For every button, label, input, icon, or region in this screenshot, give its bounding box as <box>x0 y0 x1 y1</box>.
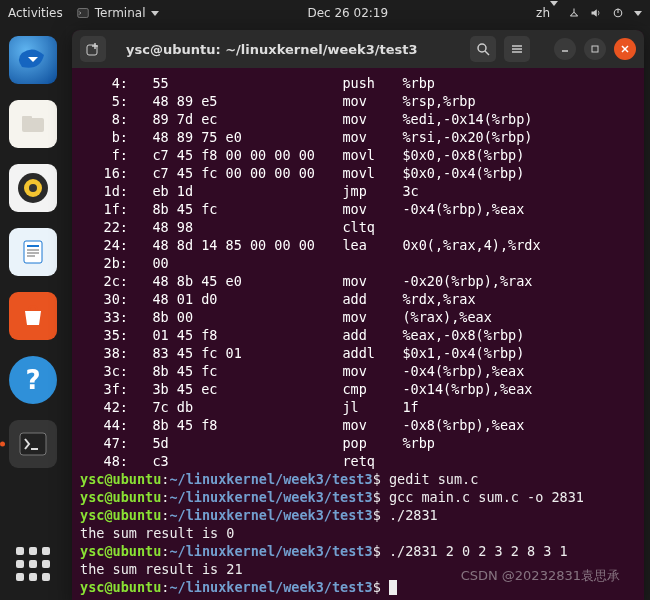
dock-terminal[interactable] <box>9 420 57 468</box>
asm-line: 42: 7c db jl 1f <box>80 398 636 416</box>
close-button[interactable] <box>614 38 636 60</box>
terminal-body[interactable]: 4: 55 push %rbp5: 48 89 e5 mov %rsp,%rbp… <box>72 68 644 600</box>
new-tab-icon <box>86 42 100 56</box>
command-line: ysc@ubuntu:~/linuxkernel/week3/test3$ ge… <box>80 470 636 488</box>
dock-rhythmbox[interactable] <box>9 164 57 212</box>
minimize-icon <box>560 44 570 54</box>
asm-line: 1d: eb 1d jmp 3c <box>80 182 636 200</box>
dock-writer[interactable] <box>9 228 57 276</box>
asm-line: 22: 48 98 cltq <box>80 218 636 236</box>
menu-button[interactable] <box>504 36 530 62</box>
asm-line: 48: c3 retq <box>80 452 636 470</box>
new-tab-button[interactable] <box>80 36 106 62</box>
svg-rect-13 <box>20 433 46 455</box>
output-line: the sum result is 0 <box>80 524 636 542</box>
search-button[interactable] <box>470 36 496 62</box>
thunderbird-icon <box>16 43 50 77</box>
asm-line: 4: 55 push %rbp <box>80 74 636 92</box>
terminal-window: ysc@ubuntu: ~/linuxkernel/week3/test3 4:… <box>72 30 644 600</box>
shopping-bag-icon <box>19 302 47 330</box>
asm-line: 44: 8b 45 f8 mov -0x8(%rbp),%eax <box>80 416 636 434</box>
svg-rect-24 <box>592 46 598 52</box>
asm-line: 24: 48 8d 14 85 00 00 00 lea 0x0(,%rax,4… <box>80 236 636 254</box>
asm-line: 1f: 8b 45 fc mov -0x4(%rbp),%eax <box>80 200 636 218</box>
asm-line: 35: 01 45 f8 add %eax,-0x8(%rbp) <box>80 326 636 344</box>
asm-line: 8: 89 7d ec mov %edi,-0x14(%rbp) <box>80 110 636 128</box>
chevron-down-icon <box>550 1 558 20</box>
network-icon[interactable] <box>568 7 580 19</box>
svg-point-7 <box>29 184 37 192</box>
svg-line-19 <box>485 51 489 55</box>
app-menu-label: Terminal <box>95 6 146 20</box>
power-icon[interactable] <box>612 7 624 19</box>
asm-line: 2b: 00 <box>80 254 636 272</box>
svg-point-18 <box>478 44 486 52</box>
maximize-icon <box>590 44 600 54</box>
top-bar: Activities Terminal Dec 26 02:19 zh <box>0 0 650 26</box>
asm-line: f: c7 45 f8 00 00 00 00 movl $0x0,-0x8(%… <box>80 146 636 164</box>
document-icon <box>18 237 48 267</box>
asm-line: 33: 8b 00 mov (%rax),%eax <box>80 308 636 326</box>
svg-rect-8 <box>24 241 42 263</box>
asm-line: 3c: 8b 45 fc mov -0x4(%rbp),%eax <box>80 362 636 380</box>
activities-button[interactable]: Activities <box>8 6 63 20</box>
close-icon <box>620 44 630 54</box>
show-applications[interactable] <box>9 540 57 588</box>
asm-line: 5: 48 89 e5 mov %rsp,%rbp <box>80 92 636 110</box>
terminal-icon <box>77 7 89 19</box>
cursor <box>389 580 397 595</box>
terminal-icon <box>18 431 48 457</box>
window-title: ysc@ubuntu: ~/linuxkernel/week3/test3 <box>114 42 462 57</box>
asm-line: 2c: 48 8b 45 e0 mov -0x20(%rbp),%rax <box>80 272 636 290</box>
volume-icon[interactable] <box>590 7 602 19</box>
minimize-button[interactable] <box>554 38 576 60</box>
chevron-down-icon <box>151 11 159 16</box>
asm-line: 16: c7 45 fc 00 00 00 00 movl $0x0,-0x4(… <box>80 164 636 182</box>
folder-icon <box>18 109 48 139</box>
speaker-icon <box>15 170 51 206</box>
svg-rect-4 <box>22 116 32 121</box>
asm-line: 30: 48 01 d0 add %rdx,%rax <box>80 290 636 308</box>
input-method-indicator[interactable]: zh <box>536 6 558 20</box>
hamburger-icon <box>510 42 524 56</box>
command-line: ysc@ubuntu:~/linuxkernel/week3/test3$ gc… <box>80 488 636 506</box>
asm-line: 3f: 3b 45 ec cmp -0x14(%rbp),%eax <box>80 380 636 398</box>
dock-files[interactable] <box>9 100 57 148</box>
titlebar[interactable]: ysc@ubuntu: ~/linuxkernel/week3/test3 <box>72 30 644 68</box>
search-icon <box>476 42 490 56</box>
dock-software[interactable] <box>9 292 57 340</box>
asm-line: b: 48 89 75 e0 mov %rsi,-0x20(%rbp) <box>80 128 636 146</box>
dock-thunderbird[interactable] <box>9 36 57 84</box>
asm-line: 38: 83 45 fc 01 addl $0x1,-0x4(%rbp) <box>80 344 636 362</box>
command-line: ysc@ubuntu:~/linuxkernel/week3/test3$ ./… <box>80 542 636 560</box>
asm-line: 47: 5d pop %rbp <box>80 434 636 452</box>
dock-help[interactable]: ? <box>9 356 57 404</box>
maximize-button[interactable] <box>584 38 606 60</box>
question-icon: ? <box>25 365 40 395</box>
chevron-down-icon <box>634 11 642 16</box>
clock[interactable]: Dec 26 02:19 <box>159 6 536 20</box>
app-menu[interactable]: Terminal <box>77 6 160 20</box>
command-line: ysc@ubuntu:~/linuxkernel/week3/test3$ ./… <box>80 506 636 524</box>
svg-rect-0 <box>78 9 89 18</box>
dock: ? <box>0 26 66 600</box>
prompt-line: ysc@ubuntu:~/linuxkernel/week3/test3$ <box>80 578 636 596</box>
output-line: the sum result is 21 <box>80 560 636 578</box>
